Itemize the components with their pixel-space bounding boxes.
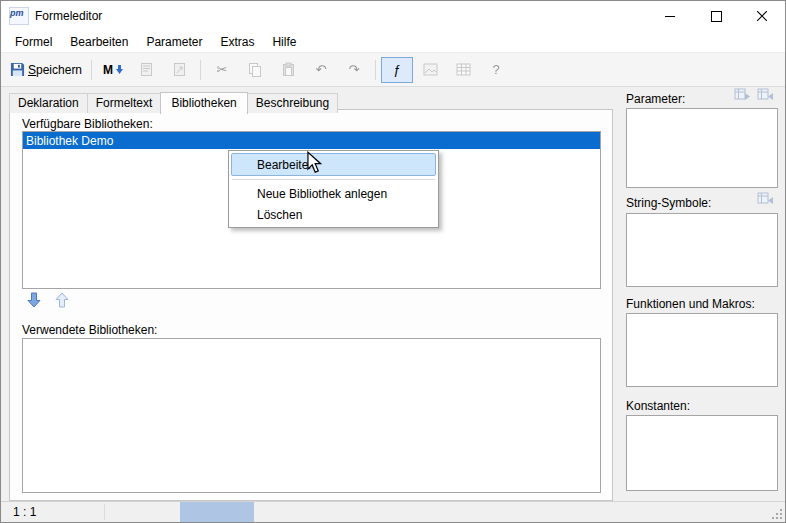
undo-button: ↶: [305, 57, 337, 83]
list-item-bibliothek-demo[interactable]: Bibliothek Demo: [23, 132, 600, 149]
statusbar-separator: [104, 504, 105, 520]
toolbar-separator: [91, 60, 92, 80]
insert-string-symbol-icon[interactable]: [757, 191, 774, 205]
copy-icon: [248, 62, 262, 77]
save-button[interactable]: Speichern: [6, 57, 86, 83]
funktionen-makros-listbox[interactable]: [626, 313, 778, 387]
context-menu-bearbeiten[interactable]: Bearbeiten: [231, 153, 436, 176]
toolbar: Speichern M ✂ ↶ ↷ ƒ: [1, 52, 785, 87]
redo-icon: ↷: [349, 63, 360, 76]
context-menu-loeschen[interactable]: Löschen: [231, 204, 436, 225]
formula-test-button[interactable]: ƒ: [381, 57, 413, 83]
menu-extras[interactable]: Extras: [211, 31, 263, 52]
close-button[interactable]: [739, 1, 785, 31]
title-bar: pm Formeleditor: [1, 1, 785, 31]
minimize-icon: [665, 16, 675, 17]
load-library-button: [130, 57, 162, 83]
menu-hilfe[interactable]: Hilfe: [263, 31, 305, 52]
close-icon: [757, 11, 767, 21]
tab-bibliotheken[interactable]: Bibliotheken: [160, 92, 247, 114]
scissors-icon: ✂: [217, 63, 228, 76]
parameter-label: Parameter:: [626, 92, 685, 106]
formeleditor-window: pm Formeleditor Formel Bearbeiten Parame…: [0, 0, 786, 523]
app-icon: pm: [9, 7, 29, 25]
context-menu-neue-bibliothek-anlegen[interactable]: Neue Bibliothek anlegen: [231, 183, 436, 204]
table-button: [447, 57, 479, 83]
table-icon: [456, 63, 471, 76]
copy-button: [239, 57, 271, 83]
m-insert-icon: M: [103, 63, 113, 77]
maximize-icon: [711, 11, 722, 22]
undo-icon: ↶: [316, 63, 327, 76]
menu-bearbeiten[interactable]: Bearbeiten: [61, 31, 137, 52]
used-libraries-label: Verwendete Bibliotheken:: [22, 323, 157, 337]
menu-formel[interactable]: Formel: [6, 31, 61, 52]
image-icon: [423, 63, 438, 76]
library-context-menu: Bearbeiten Neue Bibliothek anlegen Lösch…: [228, 150, 439, 228]
insert-formula-button[interactable]: M: [97, 57, 129, 83]
insert-parameter-icon[interactable]: [757, 87, 774, 101]
zoom-indicator: 1 : 1: [13, 505, 36, 519]
toolbar-separator: [200, 60, 201, 80]
import-library-button: [163, 57, 195, 83]
add-parameter-icon[interactable]: [734, 87, 751, 101]
parameter-listbox[interactable]: [626, 108, 778, 188]
save-button-label: Speichern: [28, 63, 82, 77]
tab-bar: Deklaration Formeltext Bibliotheken Besc…: [9, 91, 337, 113]
statusbar-progress-pane: [180, 502, 254, 522]
minimize-button[interactable]: [647, 1, 693, 31]
save-icon: [10, 62, 25, 77]
m-insert-arrow-icon: [116, 65, 123, 74]
load-library-icon: [140, 62, 153, 77]
konstanten-listbox[interactable]: [626, 415, 778, 491]
string-symbole-listbox[interactable]: [626, 213, 778, 287]
move-down-button[interactable]: [24, 290, 44, 309]
menu-parameter[interactable]: Parameter: [137, 31, 211, 52]
context-menu-separator: [232, 179, 435, 180]
caption-buttons: [647, 1, 785, 31]
window-title: Formeleditor: [35, 9, 102, 23]
paste-icon: [282, 62, 295, 77]
tab-beschreibung[interactable]: Beschreibung: [247, 93, 338, 113]
available-libraries-label: Verfügbare Bibliotheken:: [22, 117, 153, 131]
funktionen-makros-label: Funktionen und Makros:: [626, 297, 755, 311]
tab-formeltext[interactable]: Formeltext: [87, 93, 162, 113]
help-icon: ?: [492, 63, 499, 76]
used-libraries-listbox[interactable]: [22, 338, 601, 493]
cut-button: ✂: [206, 57, 238, 83]
help-button: ?: [480, 57, 512, 83]
arrow-up-icon: [55, 292, 69, 308]
arrow-down-icon: [27, 292, 41, 308]
tab-deklaration[interactable]: Deklaration: [9, 93, 88, 113]
status-bar: 1 : 1: [1, 501, 785, 522]
import-library-icon: [173, 62, 186, 77]
maximize-button[interactable]: [693, 1, 739, 31]
string-symbole-label: String-Symbole:: [626, 196, 711, 210]
resize-grip[interactable]: [770, 507, 784, 521]
toolbar-separator: [375, 60, 376, 80]
move-up-button[interactable]: [52, 290, 72, 309]
redo-button: ↷: [338, 57, 370, 83]
formula-test-icon: ƒ: [393, 63, 400, 76]
image-button: [414, 57, 446, 83]
konstanten-label: Konstanten:: [626, 399, 690, 413]
menu-bar: Formel Bearbeiten Parameter Extras Hilfe: [1, 31, 785, 52]
paste-button: [272, 57, 304, 83]
